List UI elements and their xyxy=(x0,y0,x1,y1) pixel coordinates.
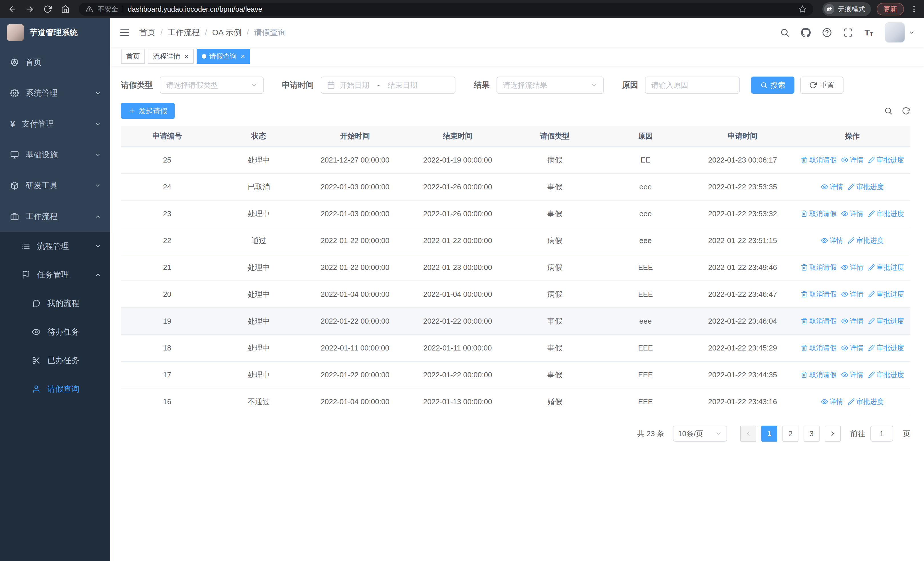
cell-reason: eee xyxy=(600,209,691,218)
github-icon[interactable] xyxy=(801,28,811,38)
detail-link[interactable]: 详情 xyxy=(841,370,864,379)
search-button[interactable]: 搜索 xyxy=(751,77,795,94)
sidebar-item-task-management[interactable]: 任务管理 xyxy=(0,260,110,289)
address-bar[interactable]: 不安全 dashboard.yudao.iocoder.cn/bpm/oa/le… xyxy=(79,3,813,16)
sidebar-item-payment-management[interactable]: ¥ 支付管理 xyxy=(0,108,110,139)
refresh-table-icon[interactable] xyxy=(902,107,910,115)
chevron-down-icon xyxy=(95,152,101,158)
table-row[interactable]: 16不通过2022-01-04 00:00:002022-01-13 00:00… xyxy=(121,388,910,415)
apply-time-range-picker[interactable]: 开始日期 - 结束日期 xyxy=(321,77,455,94)
page-size-select[interactable]: 10条/页 xyxy=(673,426,727,442)
approval-progress-link[interactable]: 审批进度 xyxy=(868,343,904,352)
table-row[interactable]: 17处理中2022-01-22 00:00:002022-01-22 00:00… xyxy=(121,362,910,388)
sidebar-item-label: 研发工具 xyxy=(26,180,58,191)
table-row[interactable]: 19处理中2022-01-22 00:00:002022-01-22 00:00… xyxy=(121,308,910,335)
table-row[interactable]: 24已取消2022-01-03 00:00:002022-01-26 00:00… xyxy=(121,174,910,200)
sidebar-item-label: 基础设施 xyxy=(26,149,58,160)
cancel-leave-link[interactable]: 取消请假 xyxy=(801,370,837,379)
detail-link[interactable]: 详情 xyxy=(821,182,843,191)
cancel-leave-link[interactable]: 取消请假 xyxy=(801,263,837,272)
approval-progress-link[interactable]: 审批进度 xyxy=(848,236,884,245)
forward-icon[interactable] xyxy=(26,5,34,14)
approval-progress-link[interactable]: 审批进度 xyxy=(848,182,884,191)
detail-link[interactable]: 详情 xyxy=(841,343,864,352)
incognito-badge[interactable]: 无痕模式 xyxy=(822,2,871,16)
close-icon[interactable]: × xyxy=(184,53,189,60)
cancel-leave-link[interactable]: 取消请假 xyxy=(801,343,837,352)
approval-progress-link[interactable]: 审批进度 xyxy=(868,370,904,379)
sidebar-item-dev-tools[interactable]: 研发工具 xyxy=(0,170,110,201)
cancel-leave-link[interactable]: 取消请假 xyxy=(801,209,837,218)
cell-apply-time: 2022-01-22 23:43:16 xyxy=(691,397,794,406)
user-menu[interactable] xyxy=(885,22,915,43)
font-size-icon[interactable]: TT xyxy=(864,28,873,37)
sidebar-item-my-process[interactable]: 我的流程 xyxy=(0,289,110,317)
approval-progress-link[interactable]: 审批进度 xyxy=(868,263,904,272)
detail-link[interactable]: 详情 xyxy=(821,397,843,406)
sidebar-item-system-management[interactable]: 系统管理 xyxy=(0,78,110,108)
update-button[interactable]: 更新 xyxy=(877,3,904,15)
sidebar-item-todo-tasks[interactable]: 待办任务 xyxy=(0,317,110,346)
breadcrumb-item[interactable]: OA 示例 xyxy=(212,27,242,38)
approval-progress-link[interactable]: 审批进度 xyxy=(868,155,904,164)
table-row[interactable]: 18处理中2022-01-11 00:00:002022-01-11 00:00… xyxy=(121,335,910,362)
approval-progress-link[interactable]: 审批进度 xyxy=(868,290,904,299)
table-row[interactable]: 23处理中2022-01-03 00:00:002022-01-26 00:00… xyxy=(121,200,910,227)
approval-progress-link[interactable]: 审批进度 xyxy=(868,316,904,326)
page-button-2[interactable]: 2 xyxy=(783,426,798,442)
next-page-button[interactable] xyxy=(825,426,841,442)
sidebar-item-leave-query[interactable]: 请假查询 xyxy=(0,375,110,403)
detail-link[interactable]: 详情 xyxy=(841,263,864,272)
chevron-up-icon xyxy=(95,272,101,278)
back-icon[interactable] xyxy=(8,5,16,14)
app-logo[interactable]: 芋道管理系统 xyxy=(0,18,110,47)
tab-home[interactable]: 首页 xyxy=(121,49,145,64)
help-icon[interactable] xyxy=(822,28,832,38)
tab-leave-query[interactable]: 请假查询 × xyxy=(196,49,250,64)
page-button-3[interactable]: 3 xyxy=(804,426,819,442)
reason-input[interactable] xyxy=(645,77,740,94)
approval-progress-link[interactable]: 审批进度 xyxy=(868,209,904,218)
detail-link[interactable]: 详情 xyxy=(841,316,864,326)
sidebar-item-home[interactable]: 首页 xyxy=(0,47,110,78)
sidebar-toggle-icon[interactable] xyxy=(119,27,130,38)
cancel-leave-link[interactable]: 取消请假 xyxy=(801,155,837,164)
goto-page-input[interactable] xyxy=(870,426,893,442)
create-leave-button[interactable]: 发起请假 xyxy=(121,103,175,119)
table-row[interactable]: 20处理中2022-01-04 00:00:002022-01-04 00:00… xyxy=(121,281,910,308)
cancel-leave-link[interactable]: 取消请假 xyxy=(801,316,837,326)
cell-id: 25 xyxy=(121,156,213,164)
pagination: 共 23 条 10条/页 123 前往 页 xyxy=(121,426,910,442)
detail-link[interactable]: 详情 xyxy=(841,209,864,218)
tab-process-detail[interactable]: 流程详情 × xyxy=(148,49,194,64)
sidebar-item-done-tasks[interactable]: 已办任务 xyxy=(0,346,110,375)
search-icon[interactable] xyxy=(780,28,790,38)
approval-progress-link[interactable]: 审批进度 xyxy=(848,397,884,406)
refresh-icon[interactable] xyxy=(44,5,52,14)
table-row[interactable]: 22通过2022-01-22 00:00:002022-01-22 00:00:… xyxy=(121,227,910,254)
result-select[interactable]: 请选择流结果 xyxy=(496,77,604,94)
table-row[interactable]: 21处理中2022-01-22 00:00:002022-01-23 00:00… xyxy=(121,254,910,281)
close-icon[interactable]: × xyxy=(240,53,245,60)
home-icon[interactable] xyxy=(61,5,70,14)
detail-link[interactable]: 详情 xyxy=(841,290,864,299)
prev-page-button[interactable] xyxy=(740,426,756,442)
bookmark-star-icon[interactable] xyxy=(798,5,806,13)
leave-type-select[interactable]: 请选择请假类型 xyxy=(160,77,264,94)
toggle-search-icon[interactable] xyxy=(884,107,892,115)
sidebar-item-workflow[interactable]: 工作流程 xyxy=(0,201,110,232)
cancel-leave-link[interactable]: 取消请假 xyxy=(801,290,837,299)
sidebar-item-process-management[interactable]: 流程管理 xyxy=(0,232,110,260)
total-count: 共 23 条 xyxy=(637,429,664,439)
fullscreen-icon[interactable] xyxy=(843,28,853,38)
detail-link[interactable]: 详情 xyxy=(821,236,843,245)
breadcrumb-item[interactable]: 工作流程 xyxy=(168,27,200,38)
detail-link[interactable]: 详情 xyxy=(841,155,864,164)
reset-button[interactable]: 重置 xyxy=(800,77,843,94)
browser-menu-icon[interactable] xyxy=(910,5,918,14)
table-row[interactable]: 25处理中2021-12-27 00:00:002022-01-19 00:00… xyxy=(121,147,910,174)
delete-icon xyxy=(801,291,808,298)
page-button-1[interactable]: 1 xyxy=(761,426,777,442)
breadcrumb-item[interactable]: 首页 xyxy=(139,27,155,38)
sidebar-item-infrastructure[interactable]: 基础设施 xyxy=(0,139,110,170)
